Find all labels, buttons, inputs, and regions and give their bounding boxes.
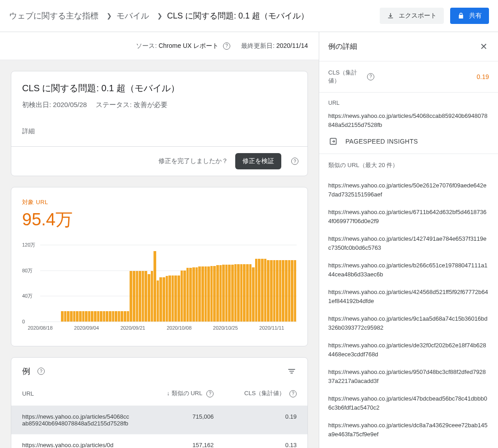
detail-url-value: https://news.yahoo.co.jp/articles/54068c…: [328, 112, 489, 129]
chart-bar: [142, 271, 144, 322]
status-label: ステータス:: [96, 101, 131, 108]
y-tick-label: 40万: [22, 293, 33, 299]
chart-bar: [100, 311, 102, 322]
y-tick-label: 80万: [22, 267, 33, 274]
list-item[interactable]: https://news.yahoo.co.jp/articles/6711b6…: [328, 203, 489, 230]
col-similar[interactable]: ↓ 類似の URL ?: [142, 381, 225, 406]
detail-url-label: URL: [328, 100, 489, 106]
chart-bar: [139, 271, 141, 322]
details-link[interactable]: 詳細: [22, 127, 297, 135]
chart-bar: [186, 268, 189, 322]
chart-bar: [73, 311, 76, 322]
chart-bar: [288, 260, 291, 322]
x-tick-label: 2020/08/18: [28, 325, 52, 335]
x-tick-label: 2020/11/11: [259, 325, 284, 335]
chart-bar: [228, 265, 231, 322]
chart-bar: [237, 264, 240, 322]
chart-bar: [76, 311, 79, 322]
updated-value: 2020/11/14: [276, 42, 308, 49]
lock-icon: [457, 12, 465, 19]
chart-bar: [252, 267, 255, 322]
chart-bar: [174, 275, 177, 322]
list-item[interactable]: https://news.yahoo.co.jp/articles/dc8a7a…: [328, 416, 489, 443]
chart-bar: [103, 311, 106, 322]
help-icon[interactable]: ?: [367, 73, 374, 80]
validate-fix-button[interactable]: 修正を検証: [235, 153, 281, 169]
chart-bar: [282, 260, 284, 322]
chart-bar: [291, 260, 293, 322]
chart-bar: [264, 259, 267, 322]
close-icon[interactable]: ✕: [478, 41, 489, 52]
fix-done-label: 修正を完了しましたか？: [158, 157, 228, 165]
filter-icon[interactable]: [287, 366, 297, 376]
detail-panel: 例の詳細 ✕ CLS（集計値） ? 0.19 URL https://news.…: [319, 32, 498, 448]
chart-bar: [106, 311, 108, 322]
list-item[interactable]: https://news.yahoo.co.jp/articles/47bdcb…: [328, 390, 489, 416]
list-item[interactable]: https://news.yahoo.co.jp/articles/424568…: [328, 283, 489, 310]
chart-bar: [136, 271, 139, 322]
cell-url: https://news.yahoo.co.jp/articles/54068c…: [11, 406, 142, 434]
open-in-new-icon: [328, 136, 338, 146]
chart-bar: [127, 311, 130, 322]
cell-similar: 715,006: [142, 406, 225, 434]
chart-bar: [133, 271, 135, 322]
chart-bar: [168, 275, 171, 322]
chart-bar: [109, 311, 112, 322]
cell-cls: 0.19: [224, 406, 307, 434]
chart-bar: [273, 260, 276, 322]
chart-bar: [225, 265, 228, 322]
help-icon[interactable]: ?: [206, 390, 214, 397]
list-item[interactable]: https://news.yahoo.co.jp/articles/50e261…: [328, 177, 489, 203]
chart-bar: [222, 265, 225, 322]
help-icon[interactable]: ?: [291, 158, 298, 165]
url-trend-chart: 040万80万120万 2020/08/182020/09/042020/09/…: [22, 245, 297, 335]
chart-bar: [144, 271, 147, 322]
x-tick-label: 2020/10/25: [213, 325, 238, 335]
chart-bar: [276, 260, 279, 322]
help-icon[interactable]: ?: [223, 42, 230, 50]
chart-bar: [216, 265, 219, 322]
source-value: Chrome UX レポート: [158, 42, 219, 49]
chart-bar: [198, 266, 201, 322]
breadcrumb-root[interactable]: ウェブに関する主な指標: [9, 10, 98, 21]
chart-bar: [183, 271, 186, 322]
first-seen-value: 2020/05/28: [53, 101, 87, 108]
chart-bar: [249, 264, 252, 322]
table-row[interactable]: https://news.yahoo.co.jp/articles/54068c…: [11, 406, 307, 434]
chart-bar: [118, 311, 121, 322]
share-label: 共有: [469, 12, 482, 20]
list-item[interactable]: https://news.yahoo.co.jp/articles/b266c6…: [328, 257, 489, 283]
chart-bar: [115, 311, 117, 322]
share-button[interactable]: 共有: [450, 8, 489, 24]
chart-bar: [177, 275, 180, 322]
chart-bar: [285, 260, 288, 322]
chevron-right-icon: ❯: [157, 12, 163, 19]
help-icon[interactable]: ?: [37, 368, 45, 375]
examples-card: 例 ? URL ↓ 類似の URL ?: [11, 357, 308, 448]
breadcrumb: ウェブに関する主な指標 ❯ モバイル ❯ CLS に関する問題: 0.1 超（モ…: [9, 10, 380, 21]
col-url[interactable]: URL: [11, 381, 142, 406]
chart-bar: [258, 259, 261, 322]
export-button[interactable]: エクスポート: [380, 8, 444, 24]
list-item[interactable]: https://news.yahoo.co.jp/articles/9c1aa5…: [328, 310, 489, 336]
download-icon: [387, 12, 394, 19]
list-item[interactable]: https://news.yahoo.co.jp/articles/de32f0…: [328, 336, 489, 363]
chart-metric-value: 95.4万: [22, 208, 297, 231]
chart-bar: [234, 264, 237, 322]
page-header: ウェブに関する主な指標 ❯ モバイル ❯ CLS に関する問題: 0.1 超（モ…: [0, 0, 498, 32]
chart-bar: [261, 259, 264, 322]
chart-bar: [151, 271, 154, 322]
help-icon[interactable]: ?: [289, 390, 297, 397]
list-item[interactable]: https://news.yahoo.co.jp/articles/9507d4…: [328, 363, 489, 390]
chart-bar: [163, 277, 165, 322]
breadcrumb-mobile[interactable]: モバイル: [116, 10, 149, 21]
pagespeed-insights-link[interactable]: PAGESPEED INSIGHTS: [328, 136, 489, 146]
list-item[interactable]: https://news.yahoo.co.jp/articles/fca2e3…: [328, 443, 489, 448]
chart-bar: [154, 251, 156, 322]
chart-bar: [219, 265, 222, 322]
chart-bar: [88, 311, 91, 322]
similar-urls-list: https://news.yahoo.co.jp/articles/50e261…: [319, 170, 498, 448]
table-row[interactable]: https://news.yahoo.co.jp/articles/0d157,…: [11, 434, 307, 448]
list-item[interactable]: https://news.yahoo.co.jp/articles/142749…: [328, 230, 489, 257]
col-cls[interactable]: CLS（集計値） ?: [224, 381, 307, 406]
